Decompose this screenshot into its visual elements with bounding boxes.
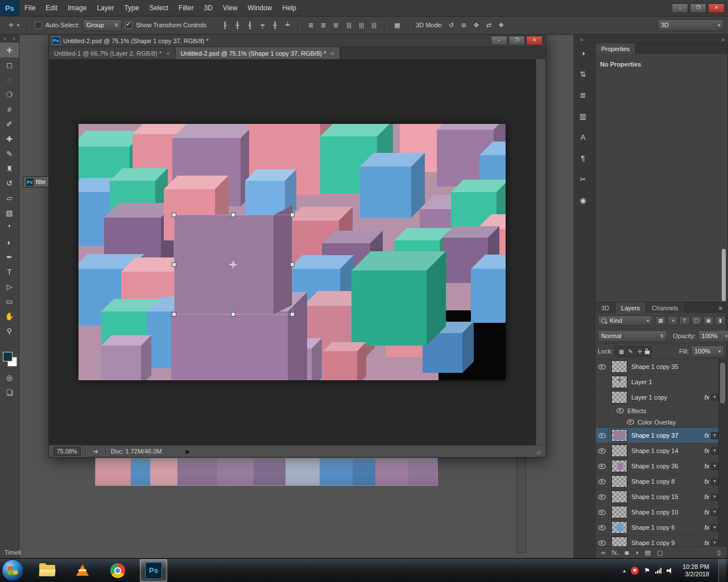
distribute-bottom-icon[interactable]: ≣ <box>331 20 341 30</box>
lock-all-icon[interactable] <box>645 351 650 354</box>
align-bottom-icon[interactable]: ┷ <box>283 20 292 30</box>
menu-item-help[interactable]: Help <box>277 0 301 16</box>
taskbar-photoshop-button[interactable]: Ps <box>140 559 167 582</box>
styles-panel-icon[interactable]: ≣ <box>577 89 589 101</box>
fx-collapse-icon[interactable]: ▾ <box>711 432 718 439</box>
document-vertical-scrollbar[interactable] <box>536 59 545 446</box>
timeline-panel-label[interactable]: Timeli <box>5 549 21 556</box>
3d-roll-icon[interactable]: ⊚ <box>459 20 469 30</box>
layer-thumbnail[interactable] <box>611 506 627 518</box>
tab-channels[interactable]: Channels <box>646 302 684 313</box>
zoom-level-field[interactable]: 75.08% <box>53 447 81 456</box>
tab-close-icon[interactable]: × <box>166 50 169 57</box>
visibility-cell[interactable] <box>595 428 609 443</box>
fx-collapse-icon[interactable]: ▾ <box>711 493 718 501</box>
document-tab-2[interactable]: Untitled-2.psd @ 75.1% (Shape 1 copy 37,… <box>176 47 340 60</box>
filter-smart-objects-icon[interactable]: ▣ <box>703 316 714 326</box>
layer-row-layer-1-copy[interactable]: Layer 1 copyfx▾ <box>595 390 726 405</box>
security-tray-icon[interactable]: ✖ <box>631 567 639 575</box>
3d-slide-icon[interactable]: ⇄ <box>484 20 494 30</box>
adjustments-panel-icon[interactable]: ◑ <box>577 47 589 59</box>
align-horizontal-center-icon[interactable]: ╂ <box>233 20 242 30</box>
layer-row-color-overlay[interactable]: Color Overlay <box>595 417 726 428</box>
layer-style-icon[interactable]: fx. <box>612 549 619 556</box>
visibility-cell[interactable] <box>595 390 609 405</box>
properties-scrollbar[interactable] <box>722 249 726 301</box>
blend-mode-dropdown[interactable]: Normal ⇅ <box>598 330 667 342</box>
panel-menu-icon[interactable]: ≡ <box>715 302 726 313</box>
screen-mode-button[interactable]: ❏ <box>0 385 19 400</box>
quick-selection-tool[interactable]: ❍ <box>0 87 19 102</box>
pen-tool[interactable]: ✒ <box>0 250 19 264</box>
tool-preset-picker[interactable]: ✛ ▾ <box>5 20 21 30</box>
layer-filter-kind-dropdown[interactable]: Kind ▾ <box>598 315 652 326</box>
eye-icon[interactable] <box>627 419 634 425</box>
blur-tool[interactable]: ❜ <box>0 220 19 235</box>
menu-item-filter[interactable]: Filter <box>173 0 199 16</box>
lock-image-pixels-icon[interactable]: ✎ <box>627 347 634 355</box>
visibility-cell[interactable] <box>595 489 609 504</box>
quick-mask-button[interactable]: ◎ <box>0 370 19 385</box>
eye-icon[interactable] <box>598 510 606 515</box>
layer-thumbnail[interactable] <box>611 521 627 534</box>
distribute-horizontal-center-icon[interactable]: ||| <box>357 20 366 30</box>
menu-item-edit[interactable]: Edit <box>40 0 63 16</box>
auto-select-target-dropdown[interactable]: Group ⇅ <box>83 19 122 31</box>
scrollbar-thumb[interactable] <box>720 363 725 404</box>
distribute-vertical-center-icon[interactable]: ≣ <box>318 20 328 30</box>
visibility-cell[interactable] <box>595 459 609 473</box>
menu-item-window[interactable]: Window <box>243 0 278 16</box>
collapse-panels-icon[interactable]: » <box>721 36 725 43</box>
network-tray-icon[interactable] <box>655 568 661 573</box>
fx-collapse-icon[interactable]: ▾ <box>711 447 718 455</box>
layer-row-shape-1-copy-15[interactable]: Shape 1 copy 15fx▾ <box>595 489 726 505</box>
visibility-cell[interactable] <box>595 405 609 416</box>
layer-thumbnail[interactable] <box>611 391 627 404</box>
taskbar-vlc-button[interactable] <box>69 560 96 581</box>
align-left-icon[interactable]: ┠ <box>220 20 230 30</box>
distribute-right-icon[interactable]: ||| <box>369 20 379 30</box>
taskbar-clock[interactable]: 10:28 PM 3/2/2018 <box>682 563 709 578</box>
3d-rotate-icon[interactable]: ↺ <box>446 20 456 30</box>
menu-item-image[interactable]: Image <box>63 0 92 16</box>
minimize-button[interactable]: – <box>672 3 688 13</box>
tools-collapse-bar[interactable]: » × <box>0 34 19 43</box>
layer-row-layer-1[interactable]: Layer 1 <box>595 375 726 390</box>
show-desktop-button[interactable] <box>718 559 726 582</box>
tab-properties[interactable]: Properties <box>595 43 636 54</box>
doc-restore-button[interactable]: ❐ <box>508 36 525 45</box>
tab-layers[interactable]: Layers <box>615 302 646 313</box>
auto-select-checkbox[interactable] <box>35 22 42 29</box>
layer-mask-icon[interactable]: ◙ <box>624 549 628 556</box>
eraser-tool[interactable]: ▱ <box>0 190 19 205</box>
layer-thumbnail[interactable] <box>611 376 627 388</box>
layer-filtering-toggle[interactable]: ▮ <box>715 316 726 326</box>
lasso-tool[interactable]: ◌ <box>0 72 19 87</box>
lock-transparent-pixels-icon[interactable]: ▦ <box>618 347 625 355</box>
3d-drag-icon[interactable]: ✥ <box>471 20 481 30</box>
eye-icon[interactable] <box>598 525 606 530</box>
layer-row-shape-1-copy-36[interactable]: Shape 1 copy 36fx▾ <box>595 459 726 474</box>
start-button[interactable] <box>2 559 24 581</box>
background-document-scrollbar[interactable] <box>516 456 526 553</box>
document-tab-1[interactable]: Untitled-1 @ 66.7% (Layer 2, RGB/8) *× <box>49 47 176 60</box>
visibility-cell[interactable] <box>595 359 609 374</box>
fx-collapse-icon[interactable]: ▾ <box>711 463 718 470</box>
close-button[interactable]: ✕ <box>708 3 725 13</box>
visibility-cell[interactable] <box>595 474 609 489</box>
eye-icon[interactable] <box>598 541 606 546</box>
paragraph-panel-icon[interactable]: ¶ <box>577 152 589 164</box>
menu-item-file[interactable]: File <box>19 0 40 16</box>
align-top-icon[interactable]: ┯ <box>258 20 267 30</box>
menu-item-view[interactable]: View <box>218 0 243 16</box>
brush-tool[interactable]: ✎ <box>0 146 19 161</box>
new-layer-icon[interactable]: ▢ <box>657 549 663 556</box>
filter-pixel-layers-icon[interactable]: ▦ <box>655 316 666 326</box>
visibility-cell[interactable] <box>595 375 609 389</box>
3d-scale-icon[interactable]: ❖ <box>497 20 506 30</box>
path-selection-tool[interactable]: ▷ <box>0 279 19 294</box>
visibility-cell[interactable] <box>595 520 609 535</box>
healing-brush-tool[interactable]: ✚ <box>0 131 19 146</box>
fx-collapse-icon[interactable]: ▾ <box>711 394 718 401</box>
delete-layer-icon[interactable]: ▯ <box>717 549 721 556</box>
